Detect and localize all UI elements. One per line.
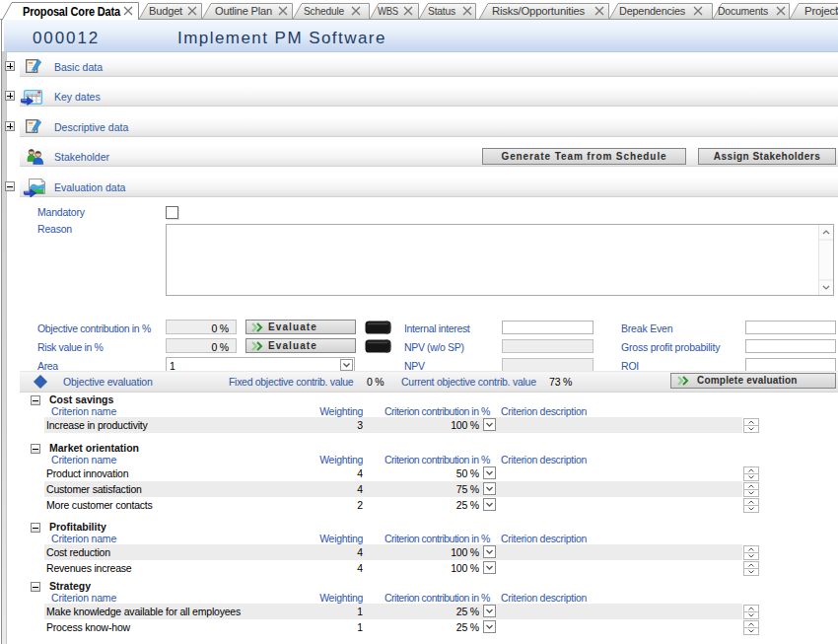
svg-text:Budget: Budget	[149, 5, 182, 17]
svg-text:Proposal Core Data: Proposal Core Data	[23, 5, 120, 19]
svg-text:Risks/Opportunities: Risks/Opportunities	[492, 5, 585, 17]
svg-text:Status: Status	[428, 5, 455, 17]
svg-text:Documents: Documents	[718, 5, 768, 17]
svg-text:WBS: WBS	[378, 5, 398, 17]
svg-text:Dependencies: Dependencies	[619, 5, 685, 17]
svg-text:Outline Plan: Outline Plan	[215, 5, 272, 17]
svg-text:Project: Project	[804, 5, 838, 17]
svg-text:Schedule: Schedule	[304, 5, 344, 17]
